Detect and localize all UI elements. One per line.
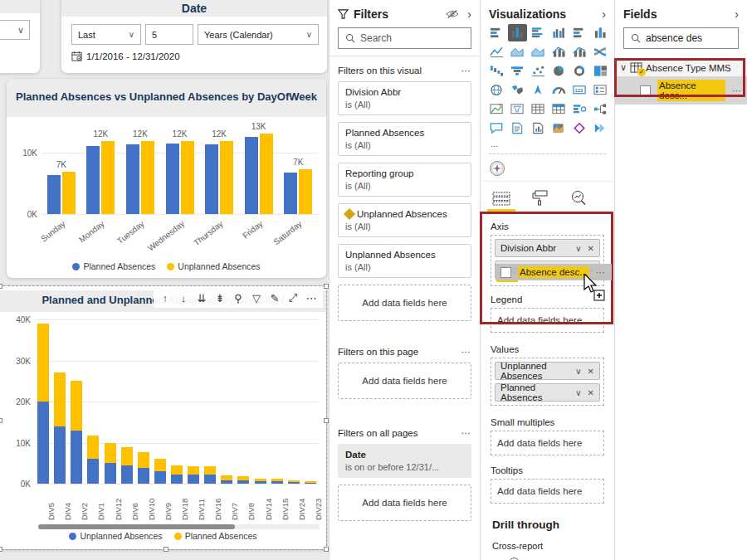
bar[interactable] [220,141,233,214]
fields-search-input[interactable]: absence des [623,27,739,49]
bar[interactable] [62,172,76,215]
slicer-icon[interactable] [508,100,527,118]
qa-icon[interactable] [487,119,506,137]
chart2-visual[interactable]: Planned and Unplanned Absences by DIVISI… [0,286,326,549]
tab-analytics[interactable] [570,190,587,212]
values-field-pill[interactable]: Unplanned Absences ∨ ✕ [495,362,600,380]
filters-page-add-field-dropzone[interactable]: Add data fields here [338,363,471,399]
more-options-icon[interactable]: ⋯ [461,427,472,439]
filters-visual-add-field-dropzone[interactable]: Add data fields here [338,285,471,321]
bar-segment[interactable] [54,426,66,484]
custom-visual-icon[interactable] [489,160,505,177]
bar-segment[interactable] [188,466,199,475]
100-stacked-column-chart-icon[interactable] [591,24,610,41]
resize-handle-nw[interactable] [0,284,2,289]
remove-field-icon[interactable]: ✕ [588,367,594,376]
bar[interactable] [86,146,100,214]
bar-segment[interactable] [105,463,116,484]
arcgis-map-icon[interactable] [549,119,569,137]
chart1-visual[interactable]: Planned Absences vs Unplanned Absences b… [7,79,326,278]
eye-slash-icon[interactable] [446,9,459,19]
line-clustered-column-chart-icon[interactable] [570,43,589,61]
resize-handle-s[interactable] [164,547,168,552]
bar-segment[interactable] [271,481,283,484]
small-multiples-well-dropzone[interactable]: Add data fields here [491,431,604,455]
tab-format[interactable] [532,190,549,212]
filter-icon[interactable]: ▽ [248,290,265,306]
bar[interactable] [181,141,194,214]
resize-handle-sw[interactable] [0,547,2,552]
bar-segment[interactable] [288,480,300,481]
line-stacked-column-chart-icon[interactable] [549,43,569,61]
more-options-icon[interactable]: ⋯ [303,290,320,306]
field-checkbox[interactable] [640,85,651,96]
bar-segment[interactable] [71,431,82,484]
bar[interactable] [101,141,115,214]
filter-card-date[interactable]: Date is on or before 12/31/... [338,444,471,478]
bar[interactable] [126,144,139,214]
field-item-row[interactable]: Absence desc... ⋯ [615,76,747,105]
stacked-area-chart-icon[interactable] [529,43,548,61]
filters-all-pages-add-field-dropzone[interactable]: Add data fields here [338,485,471,521]
100-stacked-bar-chart-icon[interactable] [570,24,589,41]
chevron-expanded-icon[interactable]: ∨ [620,62,627,73]
date-unit-dropdown[interactable]: Years (Calendar) ∨ [198,24,319,45]
bar[interactable] [299,169,312,214]
resize-handle-se[interactable] [324,547,329,552]
bar[interactable] [47,175,61,214]
focus-mode-icon[interactable]: ⤢ [285,290,301,306]
filters-search-input[interactable]: Search [338,27,471,49]
matrix-icon[interactable] [549,100,569,118]
bar-segment[interactable] [54,373,66,426]
bar[interactable] [260,134,273,214]
bar-segment[interactable] [105,443,116,464]
funnel-chart-icon[interactable] [508,62,527,80]
bar-segment[interactable] [171,465,183,475]
stacked-column-chart-icon[interactable] [508,24,527,41]
pie-chart-icon[interactable] [549,62,569,80]
bar-segment[interactable] [121,465,133,484]
waterfall-chart-icon[interactable] [487,62,506,80]
filled-map-icon[interactable] [508,81,527,99]
ribbon-chart-icon[interactable] [591,43,610,61]
resize-handle-e[interactable] [324,418,329,423]
bar-segment[interactable] [154,471,166,484]
bar[interactable] [166,144,179,214]
bar[interactable] [205,144,218,214]
decomposition-tree-icon[interactable] [591,100,610,118]
bar-segment[interactable] [138,452,149,468]
partial-slicer-dropdown[interactable]: ∨ [0,20,30,40]
pin-icon[interactable]: ⚲ [230,290,247,306]
more-options-icon[interactable]: ⋯ [461,346,472,358]
bar-segment[interactable] [255,479,266,481]
kpi-icon[interactable] [487,100,506,118]
bar-segment[interactable] [288,482,300,484]
smart-narrative-icon[interactable] [508,119,527,137]
clustered-column-chart-icon[interactable] [549,24,569,41]
chevron-down-icon[interactable]: ∨ [575,367,581,376]
bar-segment[interactable] [305,483,316,484]
legend-well-dropzone[interactable]: Add data fields here [491,308,604,333]
bar-segment[interactable] [237,476,249,480]
more-options-icon[interactable]: ⋯ [732,85,742,96]
bar-segment[interactable] [138,468,149,484]
tab-fields[interactable] [492,191,510,212]
collapse-pane-icon[interactable]: › [467,7,471,21]
bar[interactable] [141,141,154,214]
table-icon[interactable] [529,100,548,118]
stacked-bar-chart-icon[interactable] [487,24,506,41]
bar-segment[interactable] [204,475,216,484]
power-apps-icon[interactable] [570,119,589,137]
more-visuals-icon[interactable]: ... [481,137,614,150]
tooltips-well-dropzone[interactable]: Add data fields here [491,479,604,504]
remove-field-icon[interactable]: ✕ [588,244,594,253]
bar-segment[interactable] [37,324,49,402]
clustered-bar-chart-icon[interactable] [529,24,548,41]
collapse-pane-icon[interactable]: › [735,7,739,21]
card-icon[interactable]: 123 [570,81,589,99]
resize-handle-ne[interactable] [324,284,329,289]
bar-segment[interactable] [237,480,249,484]
chevron-down-icon[interactable]: ∨ [575,244,581,253]
drill-up-icon[interactable]: ↑ [157,290,173,306]
field-table-row[interactable]: ∨ ✓ Absence Type MMS [615,59,747,76]
